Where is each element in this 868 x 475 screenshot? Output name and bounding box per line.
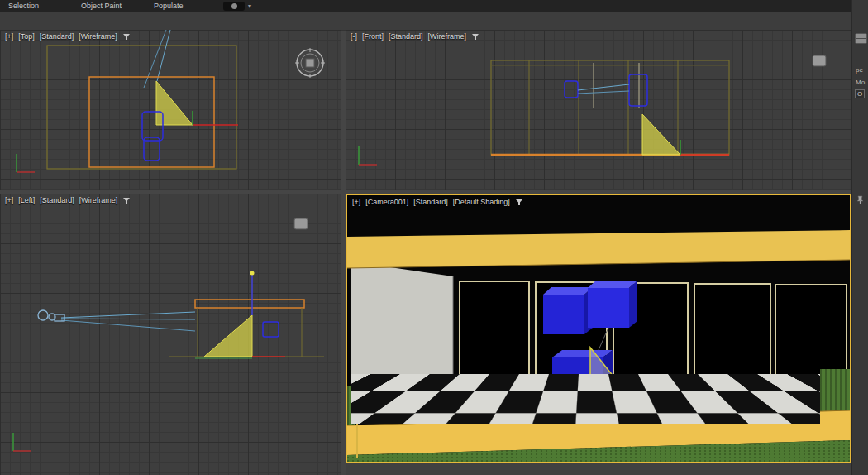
panel-field-fragment[interactable]: O — [855, 89, 865, 98]
panel-options-icon[interactable] — [855, 33, 867, 44]
viewport-label-bar: [+] [Top] [Standard] [Wireframe] — [5, 32, 131, 41]
ribbon-tab-selection[interactable]: Selection — [0, 2, 73, 10]
ribbon-tool-button[interactable] — [223, 2, 245, 11]
viewport-shading-menu[interactable]: [Default Shading] — [453, 198, 510, 206]
panel-label-fragment: pe — [856, 66, 863, 74]
gizmo-x-axis[interactable] — [641, 399, 676, 404]
camera-fov-line — [61, 320, 195, 331]
camera-fov-line — [61, 312, 195, 318]
left-view-canvas[interactable] — [0, 194, 341, 475]
viewport-pov-menu[interactable]: [Top] — [18, 32, 35, 41]
camera-target-line — [578, 84, 629, 90]
viewport-widget-icon[interactable] — [813, 55, 826, 66]
viewport-layout-menu[interactable]: [Standard] — [40, 32, 74, 41]
viewport-layout-menu[interactable]: [Standard] — [413, 198, 448, 206]
box-object[interactable] — [629, 74, 647, 106]
viewport-layout-menu[interactable]: [Standard] — [389, 32, 423, 41]
world-axis-tripod — [359, 146, 377, 165]
selected-slab-outline[interactable] — [195, 300, 304, 308]
viewport-general-menu[interactable]: [-] — [351, 32, 357, 41]
box-object[interactable] — [565, 81, 578, 98]
viewport-shading-menu[interactable]: [Wireframe] — [79, 32, 117, 41]
viewport-top[interactable]: [+] [Top] [Standard] [Wireframe] — [0, 30, 341, 190]
viewport-gap — [346, 463, 851, 475]
viewport-general-menu[interactable]: [+] — [5, 32, 13, 41]
camera-front-layer — [347, 195, 850, 462]
camera-target-line — [61, 319, 195, 319]
triangle-object[interactable] — [590, 348, 641, 411]
wall-outline[interactable] — [491, 60, 729, 155]
viewport-pov-menu[interactable]: [Camera001] — [365, 198, 408, 206]
front-view-canvas[interactable] — [346, 30, 851, 190]
command-panel-edge: pe Mo O — [851, 0, 868, 475]
pin-icon[interactable] — [856, 195, 865, 205]
selected-slab-outline[interactable] — [89, 77, 214, 167]
camera-fov-line — [157, 30, 170, 81]
ribbon-body-collapsed — [0, 12, 868, 31]
filter-icon[interactable] — [515, 199, 523, 206]
top-view-canvas[interactable] — [0, 30, 341, 190]
viewport-pov-menu[interactable]: [Left] — [18, 196, 35, 204]
box-object[interactable] — [588, 281, 637, 328]
vertex-handle[interactable] — [250, 271, 255, 276]
filter-icon[interactable] — [471, 33, 479, 41]
viewport-label-bar: [+] [Left] [Standard] [Wireframe] — [5, 196, 131, 204]
world-axis-tripod — [13, 433, 31, 451]
panel-label-fragment: Mo — [856, 79, 865, 86]
box-object[interactable] — [263, 322, 279, 337]
viewport-widget-icon[interactable] — [294, 218, 308, 229]
3ds-max-window: Selection Object Paint Populate ▾ [+] [T… — [0, 0, 868, 475]
camera-target-line — [578, 91, 629, 94]
ribbon-tab-object-paint[interactable]: Object Paint — [73, 2, 145, 10]
viewport-label-bar: [+] [Camera001] [Standard] [Default Shad… — [352, 198, 523, 206]
viewport-front[interactable]: [-] [Front] [Standard] [Wireframe] — [346, 30, 851, 190]
viewport-general-menu[interactable]: [+] — [5, 196, 13, 204]
viewport-label-bar: [-] [Front] [Standard] [Wireframe] — [351, 32, 479, 41]
room-outline[interactable] — [47, 46, 236, 169]
tool-button-icon — [231, 3, 237, 9]
camera-object[interactable] — [38, 310, 64, 321]
triangle-object[interactable] — [156, 81, 193, 125]
triangle-object[interactable] — [642, 114, 680, 155]
camera-scene — [347, 195, 850, 462]
triangle-object[interactable] — [204, 315, 252, 357]
viewport-general-menu[interactable]: [+] — [352, 198, 360, 206]
world-axis-tripod — [17, 154, 35, 172]
filter-icon[interactable] — [122, 33, 131, 41]
filter-icon[interactable] — [122, 197, 131, 204]
chevron-down-icon[interactable]: ▾ — [248, 2, 251, 11]
ribbon-tab-populate[interactable]: Populate — [145, 2, 218, 10]
box-object[interactable] — [543, 287, 593, 334]
viewport-shading-menu[interactable]: [Wireframe] — [79, 196, 118, 204]
viewport-layout-menu[interactable]: [Standard] — [40, 196, 74, 204]
viewport-shading-menu[interactable]: [Wireframe] — [428, 32, 467, 41]
viewport-pov-menu[interactable]: [Front] — [362, 32, 384, 41]
viewport-left[interactable]: [+] [Left] [Standard] [Wireframe] — [0, 194, 341, 475]
rotate-gizmo[interactable] — [295, 48, 325, 78]
ribbon-tab-bar: Selection Object Paint Populate ▾ — [0, 0, 868, 12]
viewport-camera[interactable]: [+] [Camera001] [Standard] [Default Shad… — [346, 194, 851, 463]
